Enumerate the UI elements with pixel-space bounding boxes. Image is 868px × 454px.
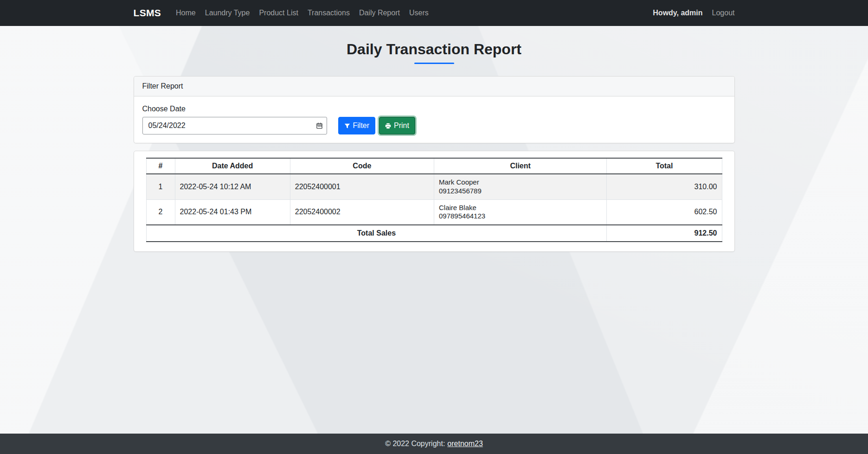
total-sales-value: 912.50 bbox=[607, 225, 722, 242]
logout-link[interactable]: Logout bbox=[712, 9, 735, 17]
table-footer-row: Total Sales 912.50 bbox=[146, 225, 722, 242]
nav-item-laundry-type[interactable]: Laundry Type bbox=[200, 5, 255, 21]
row-total: 310.00 bbox=[607, 174, 722, 199]
title-underline bbox=[414, 63, 454, 64]
row-client: Claire Blake 097895464123 bbox=[434, 199, 606, 225]
nav-item-transactions[interactable]: Transactions bbox=[303, 5, 354, 21]
nav-item-home[interactable]: Home bbox=[171, 5, 200, 21]
col-header-client: Client bbox=[434, 158, 606, 174]
filter-button[interactable]: Filter bbox=[338, 117, 376, 134]
row-code: 22052400002 bbox=[290, 199, 434, 225]
calendar-icon[interactable] bbox=[316, 122, 323, 129]
client-contact: 09123456789 bbox=[439, 187, 602, 196]
total-sales-label: Total Sales bbox=[146, 225, 607, 242]
nav-item-users[interactable]: Users bbox=[405, 5, 433, 21]
col-header-total: Total bbox=[607, 158, 722, 174]
print-button-label: Print bbox=[394, 122, 409, 129]
choose-date-label: Choose Date bbox=[142, 105, 726, 113]
copyright-link[interactable]: oretnom23 bbox=[447, 440, 483, 448]
col-header-code: Code bbox=[290, 158, 434, 174]
navbar: LSMS Home Laundry Type Product List Tran… bbox=[0, 0, 868, 26]
user-greeting: Howdy, admin bbox=[653, 9, 702, 17]
col-header-num: # bbox=[146, 158, 175, 174]
row-num: 2 bbox=[146, 199, 175, 225]
row-date-added: 2022-05-24 01:43 PM bbox=[175, 199, 290, 225]
client-contact: 097895464123 bbox=[439, 212, 602, 221]
filter-card: Filter Report Choose Date bbox=[134, 76, 735, 143]
nav-item-product-list[interactable]: Product List bbox=[254, 5, 302, 21]
table-header-row: # Date Added Code Client Total bbox=[146, 158, 722, 174]
main-content: Daily Transaction Report Filter Report C… bbox=[0, 26, 868, 434]
row-num: 1 bbox=[146, 174, 175, 199]
page-footer: © 2022 Copyright:oretnom23 bbox=[0, 434, 868, 454]
row-date-added: 2022-05-24 10:12 AM bbox=[175, 174, 290, 199]
report-table: # Date Added Code Client Total 1 2022-05… bbox=[146, 158, 722, 242]
brand-logo[interactable]: LSMS bbox=[134, 7, 161, 19]
printer-icon bbox=[385, 123, 391, 129]
copyright-text: © 2022 Copyright: bbox=[385, 440, 445, 448]
row-client: Mark Cooper 09123456789 bbox=[434, 174, 606, 199]
report-card: # Date Added Code Client Total 1 2022-05… bbox=[134, 151, 735, 252]
row-total: 602.50 bbox=[607, 199, 722, 225]
table-row: 1 2022-05-24 10:12 AM 22052400001 Mark C… bbox=[146, 174, 722, 199]
funnel-icon bbox=[344, 123, 350, 129]
client-name: Claire Blake bbox=[439, 204, 602, 212]
client-name: Mark Cooper bbox=[439, 178, 602, 187]
filter-card-body: Choose Date bbox=[134, 96, 734, 143]
date-input-wrapper bbox=[142, 117, 327, 134]
print-button[interactable]: Print bbox=[379, 117, 415, 134]
date-input[interactable] bbox=[142, 117, 327, 134]
row-code: 22052400001 bbox=[290, 174, 434, 199]
col-header-date: Date Added bbox=[175, 158, 290, 174]
nav-links: Home Laundry Type Product List Transacti… bbox=[171, 5, 433, 21]
filter-card-header: Filter Report bbox=[134, 77, 734, 96]
table-row: 2 2022-05-24 01:43 PM 22052400002 Claire… bbox=[146, 199, 722, 225]
filter-button-label: Filter bbox=[353, 122, 370, 129]
page-title: Daily Transaction Report bbox=[134, 41, 735, 58]
nav-item-daily-report[interactable]: Daily Report bbox=[354, 5, 405, 21]
